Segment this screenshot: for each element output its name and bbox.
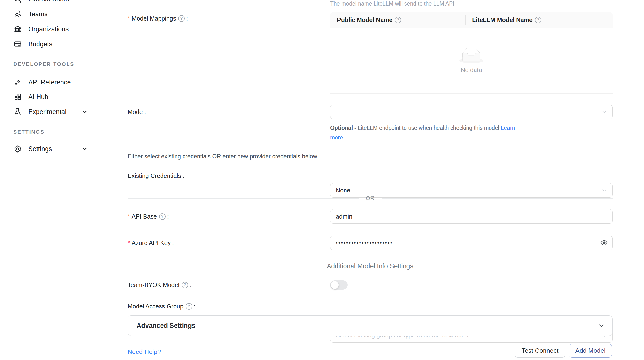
advanced-settings-panel[interactable]: Advanced Settings <box>128 316 612 336</box>
chevron-down-icon <box>81 146 88 152</box>
credit-card-icon <box>13 40 22 48</box>
team-byok-toggle[interactable] <box>330 280 348 290</box>
chevron-down-icon <box>598 322 605 329</box>
help-icon[interactable]: ? <box>182 282 188 288</box>
sidebar-item-experimental[interactable]: Experimental <box>0 104 117 120</box>
test-connect-button[interactable]: Test Connect <box>515 344 565 358</box>
sidebar: Internal Users Teams Organizations Budge… <box>0 0 117 360</box>
chevron-down-icon <box>81 108 88 115</box>
table-footer <box>330 94 612 104</box>
teams-icon <box>13 10 22 18</box>
help-icon[interactable]: ? <box>159 213 166 220</box>
api-base-input[interactable] <box>330 209 612 224</box>
api-base-label: * API Base ? : <box>128 212 169 221</box>
api-plug-icon <box>13 78 22 87</box>
help-icon[interactable]: ? <box>186 303 192 310</box>
sidebar-item-label: Internal Users <box>28 0 69 3</box>
chevron-down-icon <box>601 187 608 194</box>
sidebar-item-label: Budgets <box>28 40 52 48</box>
content-right-divider <box>624 0 624 360</box>
add-model-button[interactable]: Add Model <box>569 344 612 358</box>
model-name-helper-text: The model name LiteLLM will send to the … <box>330 0 454 7</box>
column-header-litellm-model-name: LiteLLM Model Name ? <box>465 12 612 28</box>
table-empty-state: No data <box>330 28 612 94</box>
model-mappings-label: * Model Mappings ? : <box>128 14 188 23</box>
sidebar-item-ai-hub[interactable]: AI Hub <box>0 89 117 104</box>
litellm-add-model-screen: Internal Users Teams Organizations Budge… <box>0 0 644 360</box>
required-asterisk: * <box>128 15 130 22</box>
sidebar-item-api-reference[interactable]: API Reference <box>0 74 117 90</box>
or-divider: OR <box>128 195 612 202</box>
advanced-settings-title: Advanced Settings <box>136 322 196 330</box>
sidebar-item-teams[interactable]: Teams <box>0 6 117 22</box>
column-header-public-model-name: Public Model Name ? <box>330 12 465 28</box>
azure-api-key-field <box>330 236 612 250</box>
sidebar-item-label: AI Hub <box>28 93 48 101</box>
azure-api-key-input[interactable] <box>330 236 612 250</box>
bank-icon <box>13 25 22 34</box>
model-mappings-table: Public Model Name ? LiteLLM Model Name ? <box>330 12 612 104</box>
required-asterisk: * <box>128 240 130 246</box>
required-asterisk: * <box>128 213 130 220</box>
model-access-group-label: Model Access Group ? : <box>128 302 196 310</box>
sidebar-item-organizations[interactable]: Organizations <box>0 21 117 37</box>
flask-icon <box>13 108 22 116</box>
mode-label: Mode : <box>128 108 146 116</box>
existing-credentials-label: Existing Credentials : <box>128 172 184 180</box>
sidebar-item-settings[interactable]: Settings <box>0 141 117 157</box>
sidebar-section-settings: SETTINGS <box>13 129 44 135</box>
sidebar-item-internal-users[interactable]: Internal Users <box>0 0 117 7</box>
table-header-row: Public Model Name ? LiteLLM Model Name ? <box>330 12 612 28</box>
mode-select[interactable] <box>330 104 612 119</box>
sidebar-item-budgets[interactable]: Budgets <box>0 36 117 52</box>
mode-helper-text: Optional - LiteLLM endpoint to use when … <box>330 123 515 142</box>
sidebar-item-label: Experimental <box>28 108 66 116</box>
column-separator <box>465 15 466 25</box>
help-icon[interactable]: ? <box>535 17 541 23</box>
user-icon <box>13 0 22 4</box>
need-help-link[interactable]: Need Help? <box>128 348 161 356</box>
help-icon[interactable]: ? <box>395 17 401 23</box>
empty-state-text: No data <box>461 66 482 74</box>
sidebar-item-label: Organizations <box>28 26 69 33</box>
appstore-grid-icon <box>13 92 22 101</box>
sidebar-section-developer-tools: DEVELOPER TOOLS <box>13 61 74 67</box>
gear-icon <box>13 144 22 153</box>
empty-inbox-icon <box>459 48 484 64</box>
sidebar-item-label: API Reference <box>28 79 71 86</box>
chevron-down-icon <box>601 109 608 115</box>
help-icon[interactable]: ? <box>178 15 185 22</box>
toggle-knob <box>331 281 339 289</box>
additional-settings-divider: Additional Model Info Settings <box>128 262 612 270</box>
learn-more-link[interactable]: more <box>330 134 343 141</box>
azure-api-key-label: * Azure API Key : <box>128 238 174 247</box>
sidebar-item-label: Teams <box>28 10 48 18</box>
selected-value: None <box>336 187 350 194</box>
eye-icon[interactable] <box>600 239 608 247</box>
team-byok-label: Team-BYOK Model ? : <box>128 280 191 289</box>
learn-more-link[interactable]: Learn <box>501 125 515 131</box>
sidebar-item-label: Settings <box>28 145 52 153</box>
credentials-note: Either select existing credentials OR en… <box>128 153 317 160</box>
